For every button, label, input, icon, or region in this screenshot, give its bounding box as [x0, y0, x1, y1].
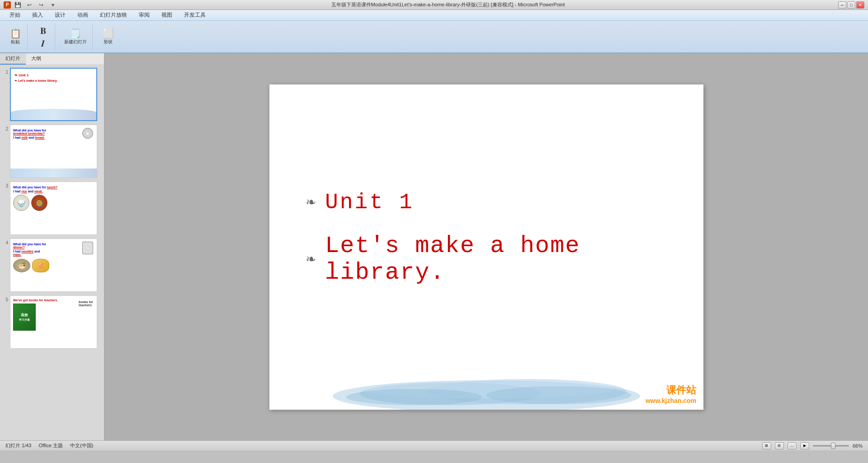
bullet-2: ❧: [306, 252, 316, 267]
customize-button[interactable]: ▾: [48, 0, 58, 10]
svg-point-4: [346, 389, 482, 405]
slide-thumb-1[interactable]: 1 ❧ Unit 1 ❧ Let's make a home library.: [2, 67, 102, 122]
slide-preview-1: ❧ Unit 1 ❧ Let's make a home library.: [10, 68, 97, 121]
minimize-button[interactable]: ─: [838, 1, 846, 9]
tab-developer[interactable]: 开发工具: [178, 9, 212, 20]
language-info: 中文(中国): [70, 442, 93, 449]
noodles-image: 🍜: [13, 259, 30, 272]
slide-preview-5: We've got books for teachers. 高效学习方案 boo…: [10, 295, 97, 349]
slide-preview-3: What did you have for lunch? I had rice …: [10, 182, 97, 235]
watermark: 课件站 www.kjzhan.com: [646, 383, 696, 404]
paste-icon: 📋: [10, 29, 21, 38]
slide-canvas: ❧ Unit 1 ❧ Let's make a home library.: [269, 84, 703, 410]
save-button[interactable]: 💾: [13, 0, 23, 10]
slide-preview-2: 🕐 What did you have forbreakfast yesterd…: [10, 125, 97, 178]
redo-button[interactable]: ↪: [36, 0, 46, 10]
tab-design[interactable]: 设计: [49, 9, 71, 20]
italic-icon: 𝑰: [41, 39, 45, 48]
slide-thumb-3[interactable]: 3 What did you have for lunch? I had ric…: [2, 181, 102, 236]
tab-review[interactable]: 审阅: [133, 9, 156, 20]
close-button[interactable]: ✕: [856, 1, 864, 9]
slide-panel: 幻灯片 大纲 1 ❧ Unit 1 ❧ Let's make a home li…: [0, 53, 105, 440]
slide-count: 幻灯片 1/43: [5, 442, 31, 449]
slide4-food-images: 🍜 🥚: [13, 259, 94, 272]
tab-view[interactable]: 视图: [156, 9, 178, 20]
watermark-line2: www.kjzhan.com: [646, 397, 696, 404]
ribbon-group-font: 𝐁 𝑰: [31, 23, 55, 51]
new-slide-button[interactable]: 🗒️ 新建幻灯片: [62, 28, 89, 46]
slide1-watercolor: [11, 109, 96, 120]
slideshow-button[interactable]: ▶: [800, 442, 809, 449]
meat-image: 🥘: [31, 195, 47, 211]
title-bar-left: P 💾 ↩ ↪ ▾: [4, 0, 58, 10]
tab-insert[interactable]: 插入: [26, 9, 49, 20]
tab-start[interactable]: 开始: [4, 9, 26, 20]
normal-view-button[interactable]: ⊞: [762, 442, 771, 449]
slide-unit-line: ❧ Unit 1: [306, 190, 667, 215]
title-bar: P 💾 ↩ ↪ ▾ 五年级下英语课件Module4Unit1Let's-make…: [0, 0, 868, 10]
ribbon-group-slides: 🗒️ 新建幻灯片: [59, 23, 93, 51]
slides-list[interactable]: 1 ❧ Unit 1 ❧ Let's make a home library. …: [0, 65, 104, 440]
slide-preview-4: 🕖 What did you have fordinner? I had noo…: [10, 239, 97, 292]
bold-button[interactable]: 𝐁: [35, 25, 51, 36]
slide-thumb-4[interactable]: 4 🕖 What did you have fordinner? I had n…: [2, 238, 102, 293]
reading-view-button[interactable]: 📖: [788, 442, 797, 449]
status-bar: 幻灯片 1/43 Office 主题 中文(中国) ⊞ ⊟ 📖 ▶ 66%: [0, 440, 868, 450]
zoom-thumb[interactable]: [831, 443, 835, 449]
slide-content: ❧ Unit 1 ❧ Let's make a home library.: [269, 84, 703, 410]
slide-sorter-button[interactable]: ⊟: [775, 442, 784, 449]
maximize-button[interactable]: □: [847, 1, 855, 9]
subtitle-text: Let's make a home library.: [325, 233, 667, 286]
shape-icon: ⬜: [103, 29, 114, 38]
status-right: ⊞ ⊟ 📖 ▶ 66%: [762, 442, 863, 449]
bold-icon: 𝐁: [40, 26, 46, 35]
main-area: ❧ Unit 1 ❧ Let's make a home library.: [105, 53, 868, 440]
ribbon-group-drawing: ⬜ 形状: [96, 23, 120, 51]
slide-num-4: 4: [3, 240, 8, 245]
slide-thumb-2[interactable]: 2 🕐 What did you have forbreakfast yeste…: [2, 124, 102, 179]
window-controls: ─ □ ✕: [838, 1, 864, 9]
slide5-book-cover: 高效学习方案: [13, 304, 36, 331]
undo-button[interactable]: ↩: [24, 0, 34, 10]
window-title: 五年级下英语课件Module4Unit1Let's-make-a-home-li…: [58, 1, 838, 8]
slide2-question: What did you have forbreakfast yesterday…: [13, 129, 94, 135]
slide2-clock: 🕐: [82, 128, 93, 139]
watercolor-decoration: [324, 365, 649, 410]
status-left: 幻灯片 1/43 Office 主题 中文(中国): [5, 442, 93, 449]
zoom-percent: 66%: [853, 443, 863, 449]
slide3-food-images: 🍚 🥘: [13, 195, 94, 211]
svg-point-5: [486, 386, 631, 404]
slide5-label: books forteachers: [79, 300, 93, 307]
slide4-clock: 🕖: [82, 242, 93, 254]
slide3-question: What did you have for lunch?: [13, 186, 94, 189]
app-layout: 幻灯片 大纲 1 ❧ Unit 1 ❧ Let's make a home li…: [0, 53, 868, 440]
watermark-line1: 课件站: [666, 383, 696, 397]
ribbon-content: 📋 粘贴 𝐁 𝑰 🗒️ 新建幻灯片 ⬜ 形状: [0, 21, 868, 53]
slide-thumb-5[interactable]: 5 We've got books for teachers. 高效学习方案 b…: [2, 295, 102, 350]
ribbon-tabs: 开始 插入 设计 动画 幻灯片放映 审阅 视图 开发工具: [0, 10, 868, 21]
shape-button[interactable]: ⬜ 形状: [100, 28, 116, 46]
slide2-answer: I had milk and bread.: [13, 136, 94, 139]
slide1-unit: ❧ Unit 1: [14, 73, 93, 77]
new-slide-icon: 🗒️: [70, 29, 81, 38]
paste-button[interactable]: 📋 粘贴: [7, 28, 24, 46]
tab-slideshow[interactable]: 幻灯片放映: [94, 9, 133, 20]
slide-subtitle-line: ❧ Let's make a home library.: [306, 233, 667, 286]
ribbon: 开始 插入 设计 动画 幻灯片放映 审阅 视图 开发工具 📋 粘贴 𝐁 𝑰 🗒️: [0, 10, 868, 53]
tab-slides[interactable]: 幻灯片: [0, 53, 26, 65]
slide-num-3: 3: [3, 183, 8, 188]
tab-outline[interactable]: 大纲: [26, 53, 47, 65]
eggs-image: 🥚: [32, 259, 49, 272]
slide-num-1: 1: [3, 70, 8, 75]
italic-button[interactable]: 𝑰: [35, 38, 51, 49]
slide1-subtitle: ❧ Let's make a home library.: [14, 79, 93, 83]
zoom-slider[interactable]: [813, 443, 849, 449]
slide-num-2: 2: [3, 126, 8, 131]
ribbon-group-clipboard: 📋 粘贴: [4, 23, 28, 51]
bullet-1: ❧: [306, 195, 316, 210]
unit-text: Unit 1: [325, 190, 414, 215]
app-icon: P: [4, 1, 11, 9]
rice-image: 🍚: [13, 195, 29, 211]
tab-animation[interactable]: 动画: [71, 9, 94, 20]
theme-info: Office 主题: [38, 442, 63, 449]
